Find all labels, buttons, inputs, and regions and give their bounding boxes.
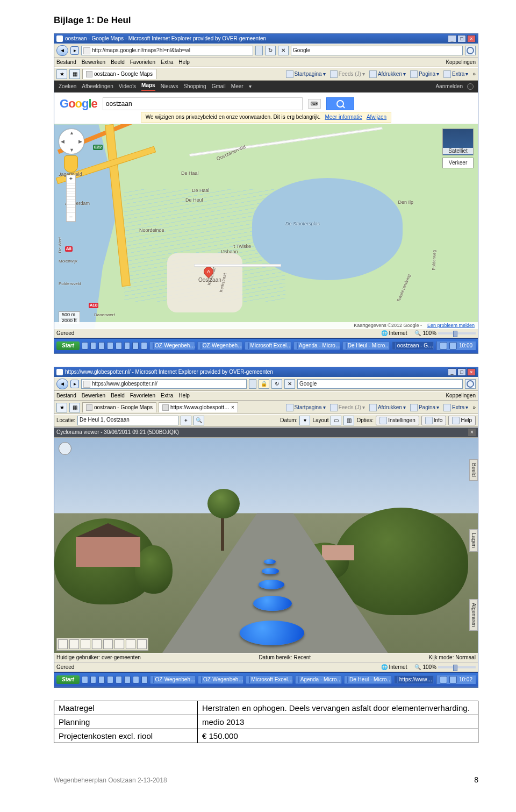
minimize-button[interactable]: _: [448, 35, 456, 42]
refresh-button[interactable]: ↻: [271, 379, 282, 389]
tool-icon[interactable]: [58, 639, 68, 649]
quick-launch-icon[interactable]: [82, 342, 88, 350]
layout-2[interactable]: ▥: [343, 416, 354, 425]
tool-icon[interactable]: [69, 639, 79, 649]
menu-item[interactable]: Bestand: [56, 393, 76, 399]
quick-launch-icon[interactable]: [116, 676, 122, 683]
settings-gear-icon[interactable]: [467, 83, 474, 90]
zoom-in-button[interactable]: +: [67, 175, 75, 183]
maps-search-button[interactable]: [326, 97, 354, 110]
stop-button[interactable]: ✕: [284, 379, 295, 389]
menu-item[interactable]: Bewerken: [82, 59, 105, 66]
taskbar-button[interactable]: OZ-Wegenbeh…: [198, 675, 243, 684]
tool-icon[interactable]: [103, 639, 113, 649]
forward-button[interactable]: ▸: [70, 380, 79, 388]
quick-launch-icon[interactable]: [107, 676, 113, 683]
quick-launch-icon[interactable]: [124, 676, 131, 683]
maximize-button[interactable]: □: [457, 368, 466, 376]
system-tray[interactable]: 10:02: [436, 675, 476, 684]
feeds-button[interactable]: Feeds (J) ▾: [330, 404, 365, 411]
page-menu-button[interactable]: Pagina ▾: [410, 404, 439, 411]
refresh-button[interactable]: ↻: [265, 46, 276, 55]
feeds-button[interactable]: Feeds (J) ▾: [330, 70, 365, 78]
search-button[interactable]: 🔍: [194, 416, 204, 425]
url-input[interactable]: https://www.globespotter.nl/: [81, 379, 247, 389]
minimize-button[interactable]: _: [448, 368, 456, 376]
menu-koppelingen[interactable]: Koppelingen: [446, 59, 476, 66]
browser-search-input[interactable]: Google: [297, 379, 463, 389]
url-input[interactable]: http://maps.google.nl/maps?hl=nl&tab=wl: [81, 46, 253, 55]
tray-icon[interactable]: [440, 676, 447, 683]
tool-icon[interactable]: [137, 639, 147, 649]
side-tab-lagen[interactable]: Lagen: [469, 529, 478, 552]
forward-button[interactable]: ▸: [70, 46, 79, 55]
zoom-out-button[interactable]: −: [67, 213, 75, 222]
tool-icon[interactable]: [92, 639, 102, 649]
search-go-button[interactable]: [465, 46, 476, 55]
locate-button[interactable]: ⌖: [181, 416, 191, 425]
menu-item[interactable]: Favorieten: [130, 393, 155, 399]
menu-item[interactable]: Help: [178, 59, 190, 66]
menu-item[interactable]: Bestand: [56, 59, 76, 66]
menu-item[interactable]: Favorieten: [130, 59, 155, 66]
url-dropdown[interactable]: [249, 379, 256, 389]
taskbar-button[interactable]: OZ-Wegenbeh…: [149, 341, 195, 350]
nav-item[interactable]: Video's: [119, 83, 136, 90]
toolbar-overflow[interactable]: »: [472, 404, 476, 411]
url-dropdown[interactable]: [255, 46, 263, 55]
zoom-slider[interactable]: [67, 183, 75, 213]
favorites-button[interactable]: ★: [56, 403, 67, 412]
pegman-icon[interactable]: [64, 155, 78, 173]
menu-item[interactable]: Extra: [161, 59, 173, 66]
start-button[interactable]: Start: [56, 341, 80, 350]
quick-launch-icon[interactable]: [116, 342, 122, 350]
taskbar-button[interactable]: OZ-Wegenbeh…: [150, 675, 196, 684]
nav-item[interactable]: Meer: [231, 83, 243, 90]
taskbar-button[interactable]: Microsoft Excel…: [246, 675, 292, 684]
taskbar-button[interactable]: Microsoft Excel…: [245, 341, 291, 350]
side-tab-beeld[interactable]: Beeld: [469, 459, 478, 481]
compass-icon[interactable]: [59, 442, 71, 455]
browser-tab[interactable]: oostzaan - Google Maps: [82, 69, 156, 79]
add-tab-button[interactable]: ▦: [69, 69, 80, 79]
maximize-button[interactable]: □: [457, 35, 466, 42]
zoom-slider[interactable]: [438, 332, 476, 334]
close-button[interactable]: ×: [467, 35, 476, 42]
tray-icon[interactable]: [440, 342, 447, 350]
cyclorama-close-button[interactable]: ×: [468, 429, 476, 436]
back-button[interactable]: ◄: [56, 379, 68, 389]
satellite-toggle[interactable]: Satelliet: [442, 129, 474, 155]
menu-koppelingen[interactable]: Koppelingen: [446, 393, 476, 399]
tools-menu-button[interactable]: Extra ▾: [443, 404, 468, 411]
quick-launch-icon[interactable]: [141, 342, 147, 350]
tray-icon[interactable]: [449, 676, 457, 683]
quick-launch-icon[interactable]: [141, 676, 148, 683]
report-problem-link[interactable]: Een probleem melden: [427, 323, 475, 329]
quick-launch-icon[interactable]: [82, 676, 88, 683]
favorites-button[interactable]: ★: [56, 69, 67, 79]
taskbar-button[interactable]: De Heul - Micro…: [342, 341, 390, 350]
keyboard-icon[interactable]: ⌨: [308, 99, 321, 109]
maps-search-input[interactable]: oostzaan: [103, 97, 303, 110]
search-go-button[interactable]: [465, 379, 476, 389]
home-button[interactable]: Startpagina ▾: [286, 404, 326, 411]
quick-launch-icon[interactable]: [98, 342, 105, 350]
help-button[interactable]: Help: [448, 416, 476, 425]
privacy-more-link[interactable]: Meer informatie: [325, 114, 362, 120]
location-input[interactable]: De Heul 1, Oostzaan: [77, 416, 178, 425]
nav-item[interactable]: Zoeken: [59, 83, 76, 90]
taskbar-button[interactable]: Agenda - Micro…: [293, 341, 340, 350]
date-dropdown[interactable]: ▾: [299, 416, 310, 425]
quick-launch-icon[interactable]: [98, 676, 105, 683]
home-button[interactable]: Startpagina ▾: [286, 70, 326, 78]
tab-close-icon[interactable]: ×: [231, 404, 234, 411]
quick-launch-icon[interactable]: [90, 676, 97, 683]
quick-launch-icon[interactable]: [90, 342, 97, 350]
nav-item[interactable]: Shopping: [183, 83, 206, 90]
taskbar-button[interactable]: De Heul - Micro…: [344, 675, 392, 684]
print-button[interactable]: Afdrukken ▾: [369, 404, 406, 411]
menu-item[interactable]: Help: [178, 393, 190, 399]
nav-item[interactable]: Afbeeldingen: [82, 83, 113, 90]
signin-link[interactable]: Aanmelden: [435, 83, 463, 90]
start-button[interactable]: Start: [56, 675, 80, 684]
